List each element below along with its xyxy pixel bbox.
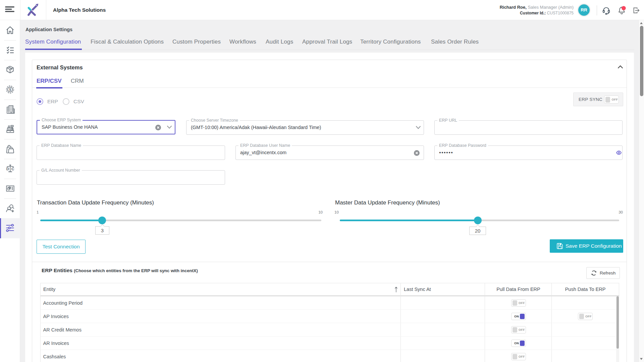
svg-text:$: $ (9, 88, 11, 92)
svg-text:D: D (6, 166, 9, 171)
svg-text:C: C (11, 166, 14, 171)
